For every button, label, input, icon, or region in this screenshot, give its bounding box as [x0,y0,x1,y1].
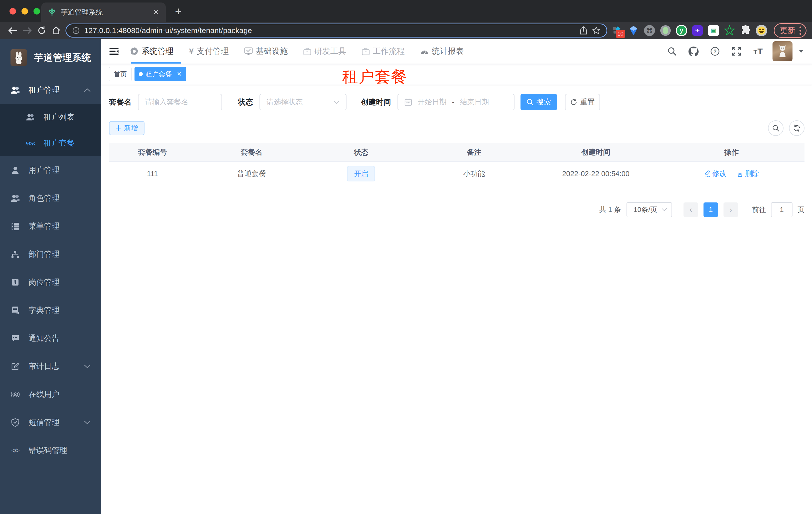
site-info-icon[interactable] [72,27,80,34]
sidebar-item-notice[interactable]: 通知公告 [0,324,101,352]
extension-gem-icon[interactable] [627,24,640,37]
sidebar-item-role-management[interactable]: 角色管理 [0,184,101,212]
sidebar-item-dept-management[interactable]: 部门管理 [0,240,101,268]
show-search-toggle-button[interactable] [768,120,783,136]
page-number-1[interactable]: 1 [703,202,718,217]
nav-item-devtools[interactable]: 研发工具 [303,46,346,57]
home-button[interactable] [49,24,63,37]
extension-grey-dot-icon[interactable] [659,24,672,37]
nav-item-system[interactable]: 系统管理 [130,46,174,57]
add-button[interactable]: 新增 [109,121,145,135]
window-zoom-button[interactable] [33,8,40,15]
nav-item-reports[interactable]: 统计报表 [420,46,464,57]
goto-suffix: 页 [798,205,805,214]
sidebar-item-errcode-management[interactable]: </> 错误码管理 [0,436,101,464]
user-icon [10,166,20,174]
browser-update-button[interactable]: 更新 [774,23,807,38]
message-icon [10,334,20,342]
window-close-button[interactable] [9,8,16,15]
reset-button[interactable]: 重置 [565,94,600,110]
browser-tab[interactable]: 芋道管理系统 ✕ [41,2,166,22]
col-header-actions: 操作 [659,143,805,161]
address-bar[interactable]: 127.0.0.1:48080/admin-ui/system/tenant/p… [65,24,607,37]
nav-item-workflow[interactable]: 工作流程 [362,46,405,57]
help-icon[interactable]: ? [708,44,722,58]
sidebar-item-menu-management[interactable]: 菜单管理 [0,212,101,240]
forward-button[interactable] [20,24,34,37]
tag-close-icon[interactable]: ✕ [177,71,182,78]
extension-star-icon[interactable] [723,24,736,37]
font-size-icon[interactable]: тT [751,44,765,58]
bookmark-star-icon[interactable] [592,26,601,35]
edit-link[interactable]: 修改 [704,169,726,179]
sidebar-item-online-users[interactable]: 在线用户 [0,380,101,408]
back-button[interactable] [5,24,20,37]
nav-item-payment[interactable]: ¥ 支付管理 [189,46,229,57]
search-icon [526,99,533,106]
package-name-input[interactable]: 请输入套餐名 [138,94,222,110]
nav-label: 基础设施 [256,46,288,57]
reload-button[interactable] [34,24,49,37]
sidebar-item-label: 租户管理 [29,85,76,96]
browser-menu-icon[interactable] [800,27,801,35]
sidebar-logo[interactable]: 芋道管理系统 [0,39,101,76]
goto-page-input[interactable]: 1 [771,202,792,217]
trash-icon [737,170,743,177]
new-tab-button[interactable]: + [175,4,182,18]
pagination: 共 1 条 10条/页 ‹ 1 › 前往 1 页 [109,202,805,217]
sidebar-item-user-management[interactable]: 用户管理 [0,156,101,184]
refresh-table-button[interactable] [789,120,805,136]
refresh-icon [570,99,577,106]
browser-toolbar: 127.0.0.1:48080/admin-ui/system/tenant/p… [0,22,812,39]
extension-emoji-icon[interactable] [755,24,768,37]
fullscreen-icon[interactable] [729,44,744,58]
end-date-placeholder[interactable]: 结束日期 [460,97,489,107]
sidebar-item-audit-log[interactable]: 审计日志 [0,352,101,380]
caret-down-icon[interactable] [799,50,804,53]
briefcase-icon [303,47,311,55]
extension-tango-icon[interactable]: 10 [611,24,624,37]
prev-page-button[interactable]: ‹ [684,202,698,217]
page-size-select[interactable]: 10条/页 [627,202,672,217]
code-icon: </> [10,447,20,455]
status-select[interactable]: 请选择状态 [260,94,347,110]
sidebar-item-label: 错误码管理 [29,445,90,456]
share-icon[interactable] [580,26,587,35]
window-minimize-button[interactable] [22,8,28,15]
sidebar-item-sms-management[interactable]: 短信管理 [0,408,101,436]
extension-puzzle-icon[interactable] [739,24,752,37]
date-range-picker[interactable]: 开始日期 - 结束日期 [398,94,515,110]
sidebar-collapse-icon[interactable] [109,47,119,55]
next-page-button[interactable]: › [724,202,738,217]
user-avatar[interactable] [773,41,792,61]
url-text[interactable]: 127.0.0.1:48080/admin-ui/system/tenant/p… [84,26,575,35]
logo-rabbit-image [10,49,27,66]
sidebar-item-tenant-group[interactable]: 租户管理 [0,76,101,104]
extension-y-icon[interactable]: y [675,24,688,37]
browser-tab-strip: 芋道管理系统 ✕ + [0,0,812,22]
extension-shield-icon[interactable]: ✈ [691,24,704,37]
sidebar-item-post-management[interactable]: 岗位管理 [0,268,101,296]
search-icon [772,125,779,132]
tab-close-icon[interactable]: ✕ [153,8,159,16]
extensions-area: 10 ⌘ y ✈ ▣ [611,23,807,38]
range-separator: - [452,98,455,106]
extension-command-icon[interactable]: ⌘ [643,24,656,37]
tag-home[interactable]: 首页 [109,67,132,81]
nav-label: 统计报表 [432,46,464,57]
tag-tenant-package[interactable]: 租户套餐 ✕ [135,67,186,81]
col-header-name: 套餐名 [196,143,307,161]
nav-item-infra[interactable]: 基础设施 [244,46,288,57]
sidebar-item-tenant-package[interactable]: 租户套餐 [0,130,101,156]
search-icon[interactable] [665,44,679,58]
github-icon[interactable] [687,44,700,58]
delete-link[interactable]: 删除 [737,169,759,179]
sidebar-item-label: 角色管理 [29,193,90,204]
chevron-down-icon [84,421,90,425]
extension-chat-icon[interactable]: ▣ [707,24,720,37]
sidebar-item-dict-management[interactable]: 字典管理 [0,296,101,324]
nav-label: 系统管理 [142,46,174,57]
search-button[interactable]: 搜索 [521,94,557,110]
start-date-placeholder[interactable]: 开始日期 [417,97,446,107]
sidebar-item-tenant-list[interactable]: 租户列表 [0,104,101,130]
